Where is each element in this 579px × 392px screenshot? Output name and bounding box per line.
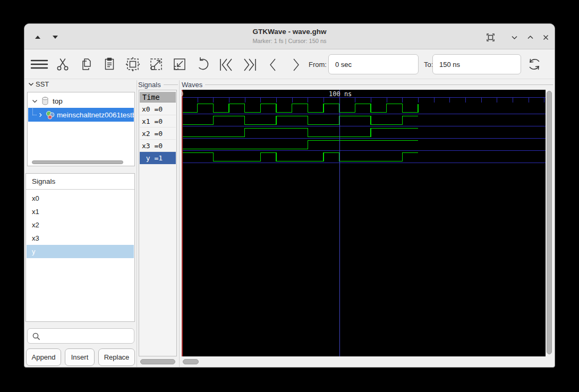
menu-button[interactable]: [30, 56, 49, 72]
zoom-out-icon: [172, 56, 188, 72]
sst-label: SST: [36, 80, 49, 88]
skip-to-start-icon: [218, 56, 235, 73]
hamburger-menu-icon: [30, 56, 49, 72]
chevron-up-icon: [526, 33, 534, 41]
copy-button[interactable]: [79, 56, 93, 72]
wave-canvas[interactable]: 0 100 ns: [182, 90, 546, 356]
wave-name-row-x2[interactable]: x2 =0: [140, 127, 176, 140]
wave-names-horizontal-scrollbar[interactable]: [140, 359, 175, 364]
cut-button[interactable]: [56, 56, 70, 72]
tree-item-label: meinschaltnetz0061testbench: [57, 111, 134, 119]
previous-edge-button[interactable]: [266, 56, 280, 73]
list-item-x2[interactable]: x2: [27, 218, 134, 232]
divider: [26, 189, 134, 190]
list-item-x1[interactable]: x1: [27, 205, 134, 218]
screenshot-stage: GTKWave - wave.ghw Marker: 1 fs | Cursor…: [0, 0, 579, 392]
close-icon: [542, 33, 550, 41]
module-spheres-icon: [46, 110, 55, 120]
list-item-y-selected[interactable]: y: [27, 245, 134, 258]
wave-names-box: Time x0 =0 x1 =0 x2 =0 x3 =0 y =1: [139, 90, 177, 356]
minimize-button[interactable]: [508, 31, 520, 43]
tree-item-top[interactable]: top: [28, 94, 134, 108]
to-input[interactable]: [432, 54, 521, 74]
paned-splitter[interactable]: [179, 80, 180, 367]
timescale-major-label: 100 ns: [329, 90, 352, 98]
tree-guide-line: [32, 108, 37, 115]
zoom-in-icon: [148, 56, 164, 72]
undo-arrow-icon: [195, 56, 211, 72]
chevron-down-icon: [28, 81, 35, 88]
close-button[interactable]: [540, 31, 551, 43]
waves-frame-label: Waves: [182, 81, 202, 89]
insert-button-label: Insert: [71, 353, 89, 361]
go-to-end-button[interactable]: [241, 56, 258, 73]
wave-name-row-x3[interactable]: x3 =0: [140, 140, 176, 152]
waves-vertical-scrollbar[interactable]: [547, 91, 552, 354]
reload-button[interactable]: [527, 56, 542, 72]
list-item-x0[interactable]: x0: [27, 192, 134, 205]
search-input[interactable]: [42, 329, 132, 343]
from-input[interactable]: [328, 54, 419, 74]
waveform-plot: [182, 90, 546, 356]
paste-button[interactable]: [103, 56, 116, 72]
chevron-right-icon: [289, 56, 303, 73]
signals-list-box: Signals x0 x1 x2 x3 y: [25, 173, 135, 322]
append-button[interactable]: Append: [26, 348, 61, 366]
list-item-x3[interactable]: x3: [27, 232, 134, 245]
go-to-start-button[interactable]: [218, 56, 235, 73]
list-item-label: x0: [32, 194, 39, 202]
zoom-fit-icon: [125, 56, 141, 72]
database-cylinder-icon: [41, 97, 49, 105]
toolbar: From: To:: [24, 50, 555, 79]
signals-list-header: Signals: [32, 177, 55, 185]
list-item-label: y: [32, 248, 36, 255]
fullscreen-button[interactable]: [484, 31, 496, 43]
frame-border-line: [164, 84, 178, 85]
reload-icon: [527, 56, 542, 72]
signal-search-box: [27, 328, 134, 344]
insert-button[interactable]: Insert: [65, 348, 95, 366]
time-column-header: Time: [140, 92, 176, 103]
wave-name-row-x0[interactable]: x0 =0: [140, 103, 176, 115]
to-label: To:: [424, 61, 433, 69]
chevron-down-icon: [31, 98, 38, 105]
waves-horizontal-scrollbar[interactable]: [183, 359, 199, 364]
zoom-out-button[interactable]: [172, 56, 188, 72]
window-subtitle: Marker: 1 fs | Cursor: 150 ns: [24, 38, 555, 44]
timescale-zero-label: 0: [182, 90, 183, 98]
sst-expander[interactable]: SST: [28, 80, 49, 88]
chevron-right-icon: [38, 112, 44, 118]
skip-to-end-icon: [241, 56, 258, 73]
wave-name-row-x1[interactable]: x1 =0: [140, 115, 176, 127]
tree-item-module[interactable]: meinschaltnetz0061testbench: [28, 108, 134, 122]
wave-name-value: x3 =0: [142, 142, 163, 150]
replace-button-label: Replace: [104, 353, 130, 361]
time-header-label: Time: [142, 93, 160, 101]
chevron-left-icon: [266, 56, 280, 73]
window-title: GTKWave - wave.ghw: [24, 28, 555, 36]
from-label: From:: [309, 61, 327, 69]
fullscreen-icon: [486, 33, 495, 42]
wave-names-frame-label: Signals: [138, 81, 161, 89]
paned-splitter[interactable]: [137, 80, 137, 367]
wave-name-value: x2 =0: [142, 130, 163, 138]
gtkwave-window: GTKWave - wave.ghw Marker: 1 fs | Cursor…: [24, 23, 555, 368]
titlebar[interactable]: GTKWave - wave.ghw Marker: 1 fs | Cursor…: [24, 24, 555, 49]
frame-border-line: [205, 84, 553, 85]
replace-button[interactable]: Replace: [98, 348, 135, 366]
undo-button[interactable]: [195, 56, 211, 72]
tree-item-label: top: [53, 97, 63, 105]
wave-name-value: y =1: [142, 154, 163, 162]
wave-name-value: x0 =0: [142, 105, 163, 113]
wave-name-row-y-selected[interactable]: y =1: [140, 152, 176, 164]
chevron-down-icon: [510, 33, 518, 41]
maximize-button[interactable]: [524, 31, 536, 43]
list-item-label: x2: [32, 221, 39, 229]
next-edge-button[interactable]: [289, 56, 303, 73]
zoom-fit-button[interactable]: [125, 56, 141, 72]
zoom-in-button[interactable]: [148, 56, 164, 72]
search-icon: [32, 332, 41, 341]
scissors-icon: [56, 56, 70, 72]
copy-icon: [79, 56, 93, 72]
sst-horizontal-scrollbar[interactable]: [32, 160, 123, 164]
